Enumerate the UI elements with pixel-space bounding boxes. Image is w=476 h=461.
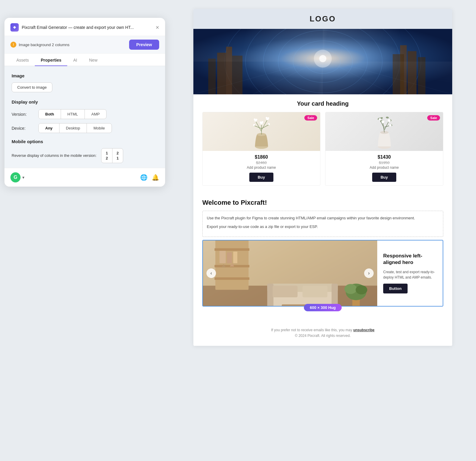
image-section-title: Image [12,73,158,78]
svg-point-38 [267,117,269,119]
tab-ai[interactable]: AI [67,54,83,66]
preview-button[interactable]: Preview [129,40,159,50]
hero-text: Create, test and export ready-to-deploy … [383,269,437,280]
svg-point-53 [381,120,384,123]
version-html-button[interactable]: HTML [61,110,85,119]
buy-button-2[interactable]: Buy [372,173,396,182]
toolbar-left: ! Image background 2 columns [10,42,70,48]
svg-point-37 [266,117,267,119]
col1-bottom: 2 [106,156,108,160]
product-old-price-2: $1950 [329,160,439,165]
warning-icon: ! [10,42,16,48]
email-card-section: Your card heading Sale [193,94,452,192]
version-both-button[interactable]: Both [39,110,61,119]
bell-icon[interactable]: 🔔 [152,174,159,181]
device-any-button[interactable]: Any [39,124,60,133]
device-row: Device: Any Desktop Mobile [12,123,158,133]
svg-rect-72 [332,283,338,306]
avatar-area[interactable]: G ▾ [10,172,24,182]
tab-new[interactable]: New [83,54,104,66]
avatar: G [10,172,21,182]
email-preview: LOGO [193,9,452,346]
hero-content: Responsive left-aligned hero Create, tes… [377,240,443,306]
column-toggle-2-button[interactable]: 2 1 [112,149,123,163]
svg-rect-61 [214,248,249,251]
panel-content: Image Convert to image Display only Vers… [4,66,165,168]
svg-line-29 [262,125,269,129]
svg-rect-73 [273,285,298,297]
col2-top: 2 [117,151,119,155]
product-image-2: Sale [325,112,443,151]
hero-button[interactable]: Button [383,284,408,293]
plugin-footer: G ▾ 🌐 🔔 [4,168,165,187]
product-info-2: $1430 $1950 Add product name Buy [325,151,443,185]
svg-point-56 [389,124,392,126]
card-heading: Your card heading [202,100,443,107]
sale-badge-1: Sale [304,115,317,121]
product-info-1: $1860 $2460 Add product name Buy [203,151,320,185]
close-button[interactable]: × [156,24,159,30]
svg-line-44 [384,121,389,130]
tab-properties[interactable]: Properties [35,54,67,66]
svg-point-54 [388,119,391,122]
mobile-options-title: Mobile options [12,139,158,144]
convert-to-image-button[interactable]: Convert to image [12,82,52,92]
svg-rect-71 [267,283,273,306]
email-logo-bar: LOGO [193,9,452,29]
product-card-2: Sale [325,112,443,186]
device-label: Device: [12,126,38,131]
svg-rect-65 [227,252,232,263]
svg-point-55 [379,118,381,121]
globe-icon[interactable]: 🌐 [140,174,148,181]
svg-rect-64 [220,251,226,263]
column-toggle-1-button[interactable]: 1 2 [101,149,112,163]
hero-image-area: ‹ › [203,240,377,306]
svg-line-28 [254,126,262,129]
welcome-text-box: Use the Pixcraft plugin for Figma to cre… [202,211,443,237]
welcome-section: Welcome to Pixcraft! Use the Pixcraft pl… [193,192,452,240]
tab-assets[interactable]: Assets [10,54,35,66]
hero-overlay [193,29,452,94]
device-mobile-button[interactable]: Mobile [87,124,111,133]
right-panel: LOGO [170,0,476,461]
product-price-2: $1430 [329,154,439,160]
footer-copy: © 2024 Pixcraft. All rights reserved. [202,333,443,339]
welcome-text-1: Use the Pixcraft plugin for Figma to cre… [207,215,439,221]
plugin-header: Pixcraft Email Generator — create and ex… [4,18,165,36]
product-name-2: Add product name [329,165,439,170]
plugin-header-left: Pixcraft Email Generator — create and ex… [10,23,134,32]
svg-point-31 [260,121,262,123]
reverse-label: Reverse display of columns in the mobile… [12,153,96,158]
welcome-heading: Welcome to Pixcraft! [202,199,443,207]
version-row: Version: Both HTML AMP [12,109,158,119]
svg-point-32 [262,121,263,123]
product-cards: Sale [202,112,443,186]
size-badge: 600 × 300 Hug [304,304,342,311]
svg-point-51 [386,116,389,119]
toolbar-row: ! Image background 2 columns Preview [4,36,165,54]
unsubscribe-link[interactable]: unsubscribe [353,328,374,332]
svg-point-35 [256,119,257,121]
device-desktop-button[interactable]: Desktop [60,124,87,133]
version-amp-button[interactable]: AMP [85,110,106,119]
reverse-row: Reverse display of columns in the mobile… [12,148,158,163]
hero-nav-right-button[interactable]: › [364,268,374,278]
buy-button-1[interactable]: Buy [249,173,273,182]
chevron-down-icon: ▾ [22,175,24,180]
footer-text-content: If you prefer not to receive emails like… [271,328,352,332]
hero-nav-left-button[interactable]: ‹ [206,268,216,278]
plugin-title: Pixcraft Email Generator — create and ex… [22,25,134,30]
footer-icons: 🌐 🔔 [140,174,159,181]
hero-section: ‹ › Responsive left-aligned hero Create,… [203,240,443,306]
svg-point-34 [254,118,256,120]
column-toggle: 1 2 2 1 [101,148,123,163]
footer-text: If you prefer not to receive emails like… [202,327,443,333]
product-price-1: $1860 [206,154,317,160]
version-toggle-group: Both HTML AMP [38,109,107,119]
svg-point-40 [268,123,270,125]
tabs-row: Assets Properties AI New [4,54,165,66]
product-old-price-1: $2460 [206,160,317,165]
version-label: Version: [12,112,38,117]
welcome-text-2: Export your ready-to-use code as a zip f… [207,224,439,230]
svg-point-80 [345,284,357,294]
